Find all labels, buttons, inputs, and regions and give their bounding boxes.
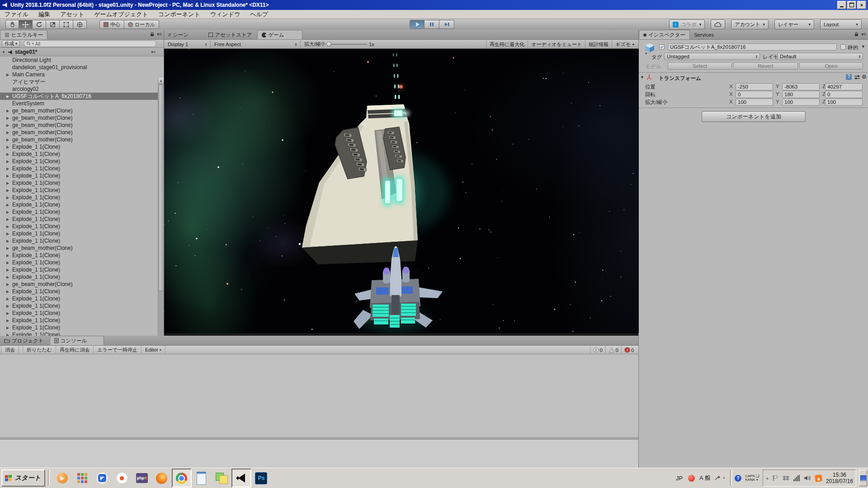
foldout-icon[interactable]: ▶ bbox=[6, 167, 12, 171]
gizmos-dropdown[interactable]: ギズモ▾ bbox=[612, 40, 637, 48]
foldout-icon[interactable]: ▶ bbox=[6, 326, 12, 330]
menu-item-2[interactable]: アセット bbox=[60, 10, 84, 19]
foldout-icon[interactable]: ▶ bbox=[6, 290, 12, 294]
clear-on-play-button[interactable]: 再生時に消去 bbox=[56, 346, 94, 354]
hierarchy-item[interactable]: ▶Explode_1 1(Clone) bbox=[0, 158, 164, 165]
foldout-icon[interactable]: ▶ bbox=[6, 174, 12, 178]
foldout-icon[interactable]: ▶ bbox=[6, 138, 12, 142]
tab-console[interactable]: コンソール bbox=[50, 336, 104, 345]
create-button[interactable]: 作成 ▾ bbox=[2, 40, 20, 47]
presets-icon[interactable] bbox=[854, 75, 860, 80]
tab-inspector[interactable]: インスペクター bbox=[639, 30, 690, 39]
minimize-button[interactable] bbox=[837, 1, 846, 9]
scale-tool-button[interactable] bbox=[46, 20, 60, 29]
foldout-icon[interactable]: ▶ bbox=[6, 246, 12, 250]
chevron-down-icon[interactable]: ▾ bbox=[645, 52, 647, 56]
foldout-icon[interactable]: ▶ bbox=[6, 268, 12, 272]
hierarchy-item[interactable]: ▶Explode_1 1(Clone) bbox=[0, 324, 164, 331]
flag-icon[interactable] bbox=[773, 475, 778, 481]
hierarchy-item[interactable]: ▶Explode_1 1(Clone) bbox=[0, 216, 164, 223]
transform-z-field[interactable]: 100 bbox=[825, 99, 863, 106]
foldout-icon[interactable]: ▶ bbox=[6, 232, 12, 236]
hierarchy-item[interactable]: dandelion_stage01_provisional bbox=[0, 64, 164, 71]
tab-scene[interactable]: # シーン bbox=[164, 30, 193, 39]
hierarchy-item[interactable]: ▶Explode_1 1(Clone) bbox=[0, 302, 164, 310]
hierarchy-item[interactable]: ▶Explode_1 1(Clone) bbox=[0, 150, 164, 158]
move-tool-button[interactable] bbox=[19, 20, 33, 29]
hierarchy-item[interactable]: ▶Explode_1 1(Clone) bbox=[0, 273, 164, 281]
foldout-icon[interactable]: ▶ bbox=[6, 188, 12, 192]
rotate-tool-button[interactable] bbox=[33, 20, 46, 29]
game-viewport[interactable] bbox=[164, 49, 639, 333]
model-revert-button[interactable]: Revert bbox=[733, 62, 798, 70]
foldout-icon[interactable]: ▶ bbox=[6, 116, 12, 120]
model-select-button[interactable]: Select bbox=[668, 62, 732, 70]
object-name-field[interactable]: UGSFコルベットA_fix20180716 bbox=[668, 43, 837, 51]
hierarchy-item[interactable]: ▶UGSFコルベットA_fix20180716 bbox=[0, 93, 164, 100]
space-toggle-button[interactable]: ローカル bbox=[124, 20, 159, 29]
zoom-slider-knob[interactable] bbox=[326, 42, 331, 47]
foldout-icon[interactable]: ▶ bbox=[6, 275, 12, 279]
hierarchy-item[interactable]: ▶Explode_1 1(Clone) bbox=[0, 208, 164, 216]
transform-x-field[interactable]: 0 bbox=[736, 91, 773, 98]
dropbox-icon[interactable] bbox=[783, 475, 789, 481]
chevron-expand-icon[interactable]: « bbox=[766, 476, 769, 481]
hierarchy-item[interactable]: ▶Explode_1 1(Clone) bbox=[0, 172, 164, 179]
gear-icon[interactable]: ⚙ bbox=[862, 74, 867, 80]
hierarchy-scrollbar[interactable]: ▲ bbox=[158, 78, 164, 357]
transform-tool-button[interactable] bbox=[73, 20, 87, 29]
error-pause-button[interactable]: エラーで一時停止 bbox=[94, 346, 142, 354]
taskbar-app-unity[interactable] bbox=[231, 469, 251, 488]
show-desktop-button[interactable] bbox=[859, 470, 867, 486]
mute-audio-button[interactable]: オーディオをミュート bbox=[528, 40, 585, 48]
layers-dropdown[interactable]: レイヤー ▾ bbox=[774, 19, 814, 29]
static-dropdown-icon[interactable]: ▼ bbox=[861, 44, 865, 49]
tab-hierarchy[interactable]: ヒエラルキー bbox=[0, 30, 47, 39]
hierarchy-item[interactable]: ▶ge_beam_mother(Clone) bbox=[0, 129, 164, 136]
transform-x-field[interactable]: 100 bbox=[736, 99, 773, 106]
foldout-icon[interactable]: ▶ bbox=[6, 123, 12, 127]
hierarchy-item[interactable]: ▶ge_beam_mother(Clone) bbox=[0, 107, 164, 114]
transform-z-field[interactable]: 0 bbox=[825, 91, 863, 98]
ime-caps-kana[interactable]: CAPS ❏ KANA ▼ bbox=[745, 474, 759, 482]
warning-badge[interactable]: 0 bbox=[605, 346, 621, 354]
hierarchy-item[interactable]: ▶Explode_1 1(Clone) bbox=[0, 187, 164, 194]
stats-button[interactable]: 統計情報 bbox=[585, 40, 612, 48]
hierarchy-item[interactable]: ▶ge_beam_mother(Clone) bbox=[0, 114, 164, 122]
tag-dropdown[interactable]: Untagged ▴▾ bbox=[664, 53, 760, 60]
tab-game[interactable]: ゲーム bbox=[257, 30, 302, 39]
hierarchy-item[interactable]: ▶ge_beam_mother(Clone) bbox=[0, 244, 164, 252]
hierarchy-item[interactable]: ▶Explode_1 1(Clone) bbox=[0, 310, 164, 317]
hierarchy-item[interactable]: ▶ge_beam_mother(Clone) bbox=[0, 136, 164, 143]
hierarchy-item[interactable]: ▶Explode_1 1(Clone) bbox=[0, 179, 164, 187]
chevron-down-icon[interactable]: ▾ bbox=[723, 476, 725, 480]
foldout-icon[interactable]: ▶ bbox=[6, 94, 12, 99]
hierarchy-item[interactable]: ▶Explode_1 1(Clone) bbox=[0, 317, 164, 324]
foldout-icon[interactable]: ▶ bbox=[6, 282, 12, 286]
tray-clock[interactable]: 15:36 2018/07/16 bbox=[826, 472, 853, 484]
console-log-list[interactable] bbox=[0, 354, 638, 438]
avast-icon[interactable]: a bbox=[815, 474, 822, 482]
ime-ball-icon[interactable] bbox=[688, 475, 695, 482]
ime-mode[interactable]: A 般 bbox=[699, 474, 711, 482]
foldout-icon[interactable]: ▶ bbox=[6, 109, 12, 113]
foldout-icon[interactable]: ▶ bbox=[6, 73, 12, 77]
step-button[interactable] bbox=[439, 20, 454, 29]
static-checkbox[interactable] bbox=[840, 44, 846, 50]
close-button[interactable]: × bbox=[857, 1, 866, 9]
scrollbar-thumb[interactable] bbox=[159, 84, 164, 291]
pivot-toggle-button[interactable]: 中心 bbox=[99, 20, 124, 29]
hierarchy-item[interactable]: ▶ge_beam_mother(Clone) bbox=[0, 122, 164, 129]
menu-item-1[interactable]: 編集 bbox=[38, 10, 50, 19]
taskbar-app-dot[interactable] bbox=[112, 469, 132, 488]
menu-item-5[interactable]: ウィンドウ bbox=[210, 10, 241, 19]
taskbar-app-php[interactable]: phpS bbox=[132, 469, 152, 488]
foldout-icon[interactable]: ▶ bbox=[6, 225, 12, 229]
menu-item-6[interactable]: ヘルプ bbox=[250, 10, 268, 19]
taskbar-app-firefox[interactable] bbox=[152, 469, 172, 488]
scroll-up-icon[interactable]: ▲ bbox=[158, 78, 164, 84]
hierarchy-item[interactable]: ▶Explode_1 1(Clone) bbox=[0, 295, 164, 302]
taskbar-app-blue[interactable]: ◤ bbox=[92, 469, 112, 488]
hierarchy-item[interactable]: ▶Explode_1 1(Clone) bbox=[0, 230, 164, 237]
help-tray-icon[interactable]: ? bbox=[735, 475, 741, 482]
